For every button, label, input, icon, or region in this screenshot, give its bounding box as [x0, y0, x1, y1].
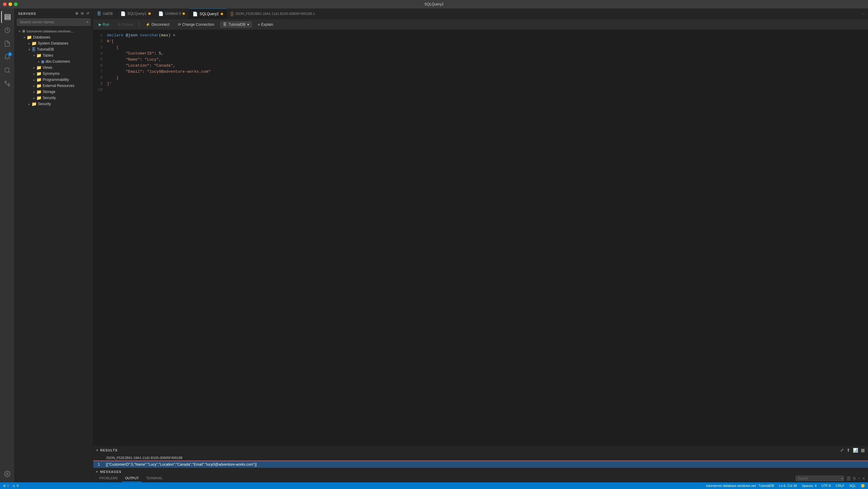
- sidebar-item-git[interactable]: [1, 78, 13, 90]
- refresh-icon[interactable]: ↺: [86, 11, 89, 16]
- synonyms-folder-icon: 📁: [36, 71, 41, 76]
- system-databases-chevron[interactable]: [27, 41, 31, 46]
- storage-chevron[interactable]: [31, 89, 36, 94]
- status-warnings[interactable]: ⚠ 0: [12, 484, 19, 488]
- tab-more-button[interactable]: ···: [859, 11, 868, 16]
- tab-output[interactable]: OUTPUT: [122, 475, 142, 482]
- results-maximize-icon[interactable]: ⤢: [840, 448, 844, 453]
- programmability-chevron[interactable]: [31, 77, 36, 82]
- views-chevron[interactable]: [31, 65, 36, 70]
- sidebar-item-search[interactable]: [1, 64, 13, 76]
- panel-copy-icon[interactable]: ⎘: [853, 476, 856, 481]
- tree-item-server[interactable]: 🖥 tutorserver.database.windows....: [14, 28, 93, 34]
- results-grid-icon[interactable]: ▦: [861, 448, 865, 453]
- tree-item-security-1[interactable]: 📁 Security: [14, 95, 93, 101]
- traffic-lights: [3, 2, 18, 6]
- synonyms-label: Synonyms: [43, 71, 60, 76]
- row-number-header: [93, 455, 102, 461]
- panel-close-icon[interactable]: ×: [863, 476, 865, 481]
- tab-rialdb[interactable]: 🗄 rialDB: [93, 8, 117, 19]
- explain-label: Explain: [261, 22, 273, 27]
- tree-item-tables[interactable]: 📁 Tables: [14, 52, 93, 58]
- disconnect-icon[interactable]: ⊟: [81, 11, 84, 16]
- maximize-button[interactable]: [14, 2, 18, 6]
- minimize-button[interactable]: [8, 2, 12, 6]
- db-selector-icon: 🗄: [223, 22, 227, 27]
- status-errors[interactable]: ⊘ 3: [3, 484, 9, 488]
- tab-problems[interactable]: PROBLEMS: [96, 475, 121, 482]
- sidebar-item-files[interactable]: [1, 37, 13, 50]
- sidebar-item-settings[interactable]: [1, 468, 13, 480]
- status-encoding[interactable]: UTF-8: [822, 484, 831, 488]
- status-server[interactable]: tutorserver.database.windows.net : Tutor…: [706, 484, 774, 488]
- tab-rialdb-label: rialDB: [103, 11, 113, 16]
- disconnect-button[interactable]: ⚡ Disconnect: [143, 22, 172, 28]
- panel-search-input[interactable]: [796, 476, 844, 481]
- tree-item-system-databases[interactable]: 📁 System Databases: [14, 40, 93, 46]
- messages-panel: ▸ MESSAGES PROBLEMS OUTPUT TERMINAL ▾: [93, 468, 868, 482]
- sidebar-item-notifications[interactable]: 3: [1, 51, 13, 63]
- panel-filter-icon[interactable]: ☰: [846, 476, 851, 482]
- search-clear-icon[interactable]: ×: [86, 20, 89, 25]
- server-chevron[interactable]: [17, 29, 22, 34]
- new-connection-icon[interactable]: ⊞: [75, 11, 79, 16]
- svg-point-8: [6, 473, 8, 475]
- tab-sqlquery1-icon: 📄: [120, 11, 126, 16]
- status-spaces[interactable]: Spaces: 4: [802, 484, 816, 488]
- status-smiley[interactable]: 🙂: [861, 484, 865, 488]
- editor-toolbar: ▶ Run ⊘ Cancel ⚡ Disconnect ⟳ Change Con…: [93, 19, 868, 30]
- close-button[interactable]: [3, 2, 7, 6]
- tutorialdb-chevron[interactable]: [27, 47, 31, 52]
- tree-item-external-resources[interactable]: 📁 External Resources: [14, 83, 93, 89]
- panel-search-wrap: ▾: [796, 476, 844, 481]
- results-header[interactable]: ▾ RESULTS ⤢ ⬆ 📊 ▦: [93, 446, 868, 455]
- tree-item-storage[interactable]: 📁 Storage: [14, 89, 93, 95]
- explain-button[interactable]: ⎆ Explain: [255, 22, 275, 28]
- status-position[interactable]: Ln 6, Col 30: [779, 484, 797, 488]
- change-connection-button[interactable]: ⟳ Change Connection: [176, 22, 217, 28]
- status-line-ending[interactable]: CRLF: [836, 484, 844, 488]
- results-export-icon[interactable]: ⬆: [846, 448, 850, 453]
- run-button[interactable]: ▶ Run: [96, 22, 112, 28]
- tab-untitled3-icon: 📄: [158, 11, 163, 16]
- tab-terminal[interactable]: TERMINAL: [143, 475, 166, 482]
- explain-icon: ⎆: [258, 22, 260, 27]
- database-selector[interactable]: 🗄 TutorialDB ▾: [220, 22, 252, 28]
- tree-item-programmability[interactable]: 📁 Programmability: [14, 77, 93, 83]
- external-resources-chevron[interactable]: [31, 83, 36, 88]
- tab-sqlquery1[interactable]: 📄 SQLQuery1: [117, 8, 155, 19]
- panel-scroll-top-icon[interactable]: ↑: [858, 476, 860, 481]
- tables-folder-icon: 📁: [36, 53, 41, 58]
- tree-item-tutorialdb[interactable]: 🗄 TutorialDB: [14, 46, 93, 52]
- databases-label: Databases: [33, 35, 50, 39]
- code-editor[interactable]: 1 declare @json nvarchar(max) = 2 N'[ 3 …: [93, 30, 868, 446]
- tab-untitled3[interactable]: 📄 Untitled-3: [155, 8, 189, 19]
- tab-sqlquery1-modified: [148, 12, 151, 15]
- db-selector-chevron: ▾: [247, 22, 249, 27]
- tree-item-synonyms[interactable]: 📁 Synonyms: [14, 70, 93, 77]
- tab-json[interactable]: {} JSON_F52E2B61-18A1-11d1-B105-00805F49…: [227, 8, 319, 19]
- smiley-icon: 🙂: [861, 484, 865, 488]
- tab-sqlquery2-label: SQLQuery2: [199, 12, 218, 16]
- search-server-input[interactable]: [17, 19, 91, 26]
- databases-chevron[interactable]: [22, 35, 27, 40]
- tree-item-databases[interactable]: 📁 Databases: [14, 34, 93, 40]
- security1-chevron[interactable]: [31, 95, 36, 100]
- result-row-1[interactable]: 1 [{"CustomerID":5,"Name":"Lucy","Locati…: [93, 461, 868, 468]
- synonyms-chevron[interactable]: [31, 71, 36, 76]
- tree-item-security-2[interactable]: 📁 Security: [14, 101, 93, 107]
- status-language[interactable]: SQL: [849, 484, 856, 488]
- sidebar-item-history[interactable]: [1, 24, 13, 36]
- messages-header[interactable]: ▸ MESSAGES: [93, 468, 868, 475]
- tree-item-views[interactable]: 📁 Views: [14, 64, 93, 70]
- line-num-4: 4: [93, 51, 107, 57]
- tree-item-dbo-customers[interactable]: ▦ dbo.Customers: [14, 58, 93, 64]
- code-line-1: 1 declare @json nvarchar(max) =: [93, 32, 868, 38]
- tables-chevron[interactable]: [31, 53, 36, 58]
- line-num-8: 8: [93, 75, 107, 81]
- results-chart-icon[interactable]: 📊: [853, 448, 858, 453]
- sidebar-item-servers[interactable]: [1, 11, 13, 23]
- customers-chevron[interactable]: [36, 59, 41, 64]
- tab-sqlquery2[interactable]: 📄 SQLQuery2: [189, 8, 227, 19]
- security2-chevron[interactable]: [27, 102, 31, 106]
